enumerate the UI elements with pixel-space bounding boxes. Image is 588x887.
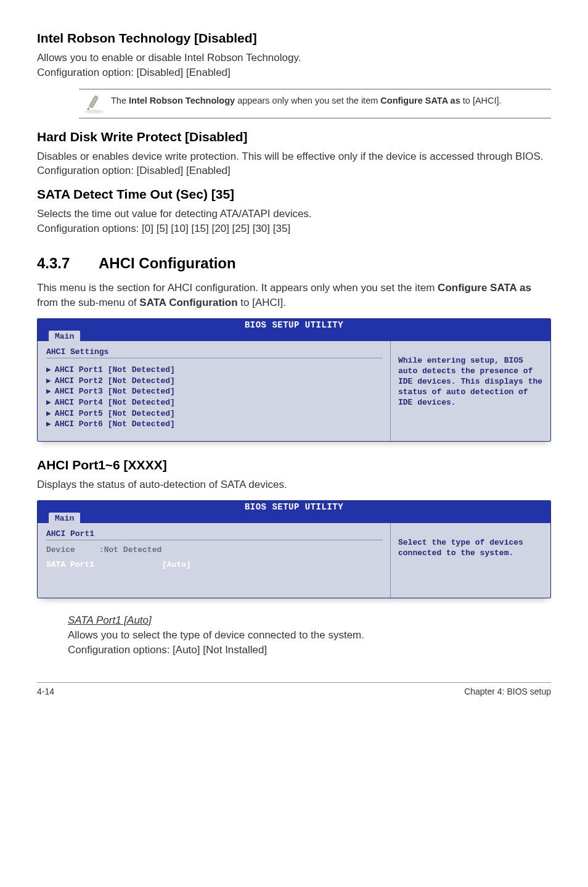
- bios-menu-item: ▶AHCI Port5 [Not Detected]: [46, 408, 383, 419]
- text-line: Allows you to enable or disable Intel Ro…: [37, 52, 301, 64]
- bios-screenshot-ahci-settings: BIOS SETUP UTILITY Main AHCI Settings ▶A…: [37, 318, 551, 441]
- bios-tab-main: Main: [49, 513, 80, 523]
- body-text: Allows you to enable or disable Intel Ro…: [37, 51, 551, 80]
- bios-subtitle: AHCI Settings: [46, 347, 383, 358]
- heading-ahci-port: AHCI Port1~6 [XXXX]: [37, 458, 551, 472]
- bios-menu-item: ▶AHCI Port1 [Not Detected]: [46, 365, 383, 376]
- bios-subtitle: AHCI Port1: [46, 529, 383, 540]
- bios-help-text: Select the type of devices connected to …: [398, 538, 523, 558]
- text-line: Configuration options: [0] [5] [10] [15]…: [37, 223, 290, 234]
- bios-item-label: AHCI Port2 [Not Detected]: [55, 376, 175, 387]
- bios-tab-main: Main: [49, 331, 80, 341]
- text-bold: Configure SATA as: [380, 96, 460, 105]
- pencil-note-icon: [79, 93, 111, 114]
- bios-menu-item: ▶AHCI Port6 [Not Detected]: [46, 419, 383, 430]
- bios-menu-item: ▶AHCI Port4 [Not Detected]: [46, 397, 383, 408]
- bios-left-panel: AHCI Port1 Device :Not Detected SATA Por…: [38, 523, 390, 598]
- svg-marker-2: [87, 107, 89, 110]
- bios-help-panel: Select the type of devices connected to …: [390, 523, 550, 598]
- bios-item-label: AHCI Port1 [Not Detected]: [55, 365, 175, 376]
- text-fragment: to [AHCI].: [238, 297, 286, 308]
- text-fragment: The: [111, 96, 129, 105]
- triangle-right-icon: ▶: [46, 365, 51, 376]
- bios-device-row: Device :Not Detected: [46, 544, 383, 556]
- text-line: Configuration options: [Auto] [Not Insta…: [68, 644, 267, 656]
- svg-rect-1: [89, 95, 98, 107]
- text-bold: SATA Configuration: [139, 297, 237, 308]
- sub-option-title: SATA Port1 [Auto]: [68, 614, 551, 627]
- note-callout: The Intel Robson Technology appears only…: [79, 89, 551, 118]
- triangle-right-icon: ▶: [46, 408, 51, 419]
- bios-left-panel: AHCI Settings ▶AHCI Port1 [Not Detected]…: [38, 341, 390, 440]
- body-text: Allows you to select the type of device …: [68, 628, 551, 658]
- body-text: Disables or enables device write protect…: [37, 149, 551, 179]
- bios-help-text: While entering setup, BIOS auto detects …: [398, 356, 542, 407]
- triangle-right-icon: ▶: [46, 376, 51, 387]
- bios-item-label: AHCI Port3 [Not Detected]: [55, 386, 175, 397]
- text-line: Selects the time out value for detecting…: [37, 208, 312, 220]
- text-fragment: This menu is the section for AHCI config…: [37, 282, 438, 294]
- heading-ahci-configuration: 4.3.7AHCI Configuration: [37, 255, 551, 272]
- bios-menu-item: ▶AHCI Port2 [Not Detected]: [46, 376, 383, 387]
- triangle-right-icon: ▶: [46, 397, 51, 408]
- bios-field-value: [Auto]: [162, 560, 191, 569]
- svg-point-0: [85, 110, 104, 113]
- triangle-right-icon: ▶: [46, 386, 51, 397]
- body-text: Selects the time out value for detecting…: [37, 207, 551, 236]
- section-number: 4.3.7: [37, 255, 99, 272]
- heading-hd-write-protect: Hard Disk Write Protect [Disabled]: [37, 130, 551, 144]
- bios-device-value: :Not Detected: [99, 545, 161, 555]
- heading-intel-robson: Intel Robson Technology [Disabled]: [37, 31, 551, 46]
- chapter-label: Chapter 4: BIOS setup: [464, 687, 551, 696]
- sub-option-block: SATA Port1 [Auto] Allows you to select t…: [68, 614, 551, 658]
- bios-header: BIOS SETUP UTILITY Main: [38, 501, 550, 523]
- bios-item-label: AHCI Port4 [Not Detected]: [55, 397, 175, 408]
- body-text: Displays the status of auto-detection of…: [37, 477, 551, 492]
- text-line: Configuration option: [Disabled] [Enable…: [37, 67, 231, 78]
- page-footer: 4-14 Chapter 4: BIOS setup: [37, 682, 551, 696]
- text-fragment: to [AHCI].: [460, 96, 502, 105]
- bios-field-label: SATA Port1: [46, 560, 94, 569]
- bios-item-label: AHCI Port5 [Not Detected]: [55, 408, 175, 419]
- bios-help-panel: While entering setup, BIOS auto detects …: [390, 341, 550, 440]
- bios-selected-row: SATA Port1 [Auto]: [46, 560, 383, 569]
- text-bold: Configure SATA as: [438, 282, 531, 294]
- heading-sata-detect-timeout: SATA Detect Time Out (Sec) [35]: [37, 187, 551, 202]
- bios-item-label: AHCI Port6 [Not Detected]: [55, 419, 175, 430]
- bios-device-label: Device: [46, 545, 75, 555]
- text-bold: Intel Robson Technology: [129, 96, 235, 105]
- section-title: AHCI Configuration: [99, 255, 236, 271]
- text-fragment: appears only when you set the item: [235, 96, 380, 105]
- bios-screenshot-ahci-port1: BIOS SETUP UTILITY Main AHCI Port1 Devic…: [37, 500, 551, 598]
- page-number: 4-14: [37, 687, 54, 696]
- text-fragment: from the sub-menu of: [37, 297, 139, 308]
- triangle-right-icon: ▶: [46, 419, 51, 430]
- note-text: The Intel Robson Technology appears only…: [111, 93, 502, 107]
- bios-title: BIOS SETUP UTILITY: [38, 319, 550, 330]
- body-text: This menu is the section for AHCI config…: [37, 281, 551, 310]
- bios-menu-item: ▶AHCI Port3 [Not Detected]: [46, 386, 383, 397]
- bios-title: BIOS SETUP UTILITY: [38, 501, 550, 512]
- text-line: Allows you to select the type of device …: [68, 629, 364, 641]
- bios-header: BIOS SETUP UTILITY Main: [38, 319, 550, 341]
